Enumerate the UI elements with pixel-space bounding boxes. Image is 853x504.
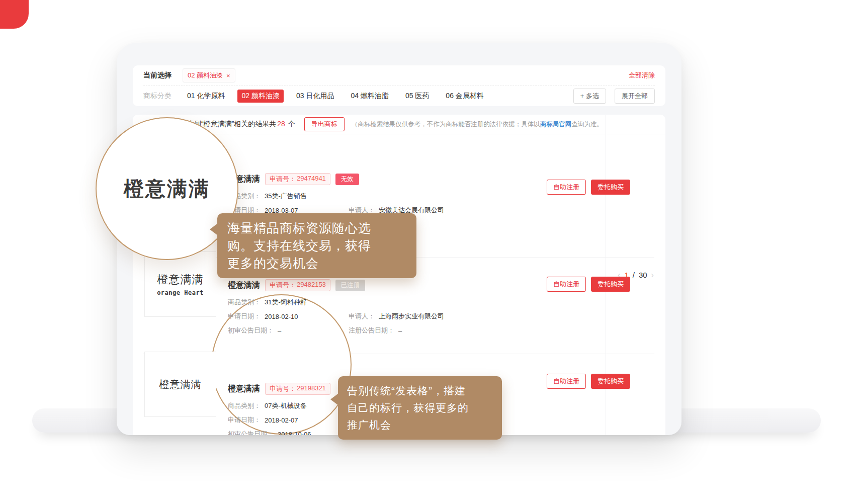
filter-card: 当前选择 02 颜料油漆 × 全部清除 商标分类 01 化学原料 02 颜料油漆… <box>133 65 665 106</box>
callout-arrow-left-icon <box>330 393 338 405</box>
app-no-value: 29482153 <box>297 281 326 290</box>
category-label: 商标分类 <box>143 92 172 101</box>
callout-line: 告别传统“发表格”，搭建 <box>347 382 493 399</box>
self-register-button[interactable]: 自助注册 <box>547 277 586 292</box>
app-no-label: 申请号： <box>270 175 296 184</box>
category-row: 商标分类 01 化学原料 02 颜料油漆 03 日化用品 04 燃料油脂 05 … <box>143 86 655 106</box>
close-icon[interactable]: × <box>226 72 230 79</box>
field-label: 初审公告日期： <box>228 326 274 335</box>
category-tab-03[interactable]: 03 日化用品 <box>292 90 338 103</box>
field-value: – <box>398 327 402 334</box>
field-label: 注册公告日期： <box>349 326 394 335</box>
app-no-value: 29198321 <box>297 384 326 393</box>
callout-line: 更多的交易机会 <box>227 255 406 272</box>
field-value: 35类-广告销售 <box>265 192 307 201</box>
row-details: 橙意满满 申请号：29482153 已注册 商品类别：31类-饲料种籽 申请日期… <box>228 279 444 338</box>
application-number-pill: 申请号：29198321 <box>265 383 330 395</box>
trademark-name: 橙意满满 <box>228 280 260 291</box>
disclaimer-pre: （商标检索结果仅供参考，不作为商标能否注册的法律依据；具体以 <box>352 121 540 128</box>
multi-select-button[interactable]: + 多选 <box>573 89 606 104</box>
field-value: 2018-02-07 <box>265 416 298 424</box>
field-label: 商品类别： <box>228 401 261 410</box>
selected-filter-tag-label: 02 颜料油漆 <box>188 71 223 80</box>
category-tab-05[interactable]: 05 医药 <box>401 90 433 103</box>
app-no-label: 申请号： <box>270 281 296 290</box>
app-no-label: 申请号： <box>270 384 296 393</box>
category-tab-04[interactable]: 04 燃料油脂 <box>347 90 392 103</box>
callout-bubble-marketplace: 海量精品商标资源随心选 购。支持在线交易，获得 更多的交易机会 <box>217 213 416 278</box>
callout-line: 推广机会 <box>347 416 493 434</box>
field-label: 申请日期： <box>228 415 261 425</box>
callout-bubble-promotion: 告别传统“发表格”，搭建 自己的标行，获得更多的 推广机会 <box>338 376 502 440</box>
self-register-button[interactable]: 自助注册 <box>547 374 586 389</box>
callout-line: 自己的标行，获得更多的 <box>347 399 493 416</box>
current-selection-row: 当前选择 02 颜料油漆 × 全部清除 <box>143 65 655 86</box>
summary-suffix: 个 <box>286 120 295 128</box>
entrust-buy-button[interactable]: 委托购买 <box>591 180 630 195</box>
trademark-office-link[interactable]: 商标局官网 <box>540 121 572 128</box>
field-label: 申请人： <box>349 312 375 321</box>
magnified-trademark-text: 橙意满满 <box>124 175 210 203</box>
field-value: 31类-饲料种籽 <box>265 298 307 307</box>
field-value: 07类-机械设备 <box>265 401 307 410</box>
trademark-image-subtext: orange Heart <box>157 289 204 296</box>
selected-filter-tag[interactable]: 02 颜料油漆 × <box>183 68 235 82</box>
app-no-value: 29474941 <box>297 175 326 184</box>
status-badge: 已注册 <box>335 280 366 291</box>
row-details: 橙意满满 申请号：29198321 商品类别：07类-机械设备 申请日期：201… <box>228 383 349 435</box>
category-tab-01[interactable]: 01 化学原料 <box>183 90 229 103</box>
application-number-pill: 申请号：29482153 <box>265 279 330 291</box>
expand-all-button[interactable]: 展开全部 <box>615 89 655 104</box>
field-label: 商品类别： <box>228 298 261 307</box>
field-label: 申请日期： <box>228 312 261 321</box>
category-tab-06[interactable]: 06 金属材料 <box>442 90 487 103</box>
clear-all-link[interactable]: 全部清除 <box>629 71 655 80</box>
trademark-image-text: 橙意满满 <box>159 378 202 391</box>
status-badge: 无效 <box>335 174 359 185</box>
callout-arrow-left-icon <box>210 223 218 235</box>
trademark-name: 橙意满满 <box>228 384 260 394</box>
trademark-image-text: 橙意满满 <box>157 272 204 287</box>
entrust-buy-button[interactable]: 委托购买 <box>591 374 630 389</box>
results-header: 为您检索到“橙意满满”相关的结果共28 个 导出商标 （商标检索结果仅供参考，不… <box>133 115 665 134</box>
current-selection-label: 当前选择 <box>143 71 172 80</box>
trademark-image: 橙意满满 orange Heart <box>144 251 216 317</box>
category-tab-02-selected[interactable]: 02 颜料油漆 <box>237 90 283 103</box>
self-register-button[interactable]: 自助注册 <box>547 180 586 195</box>
result-count: 28 <box>277 120 285 128</box>
callout-line: 海量精品商标资源随心选 <box>227 219 406 237</box>
field-value: 2018-10-06 <box>278 431 311 436</box>
disclaimer-text: （商标检索结果仅供参考，不作为商标能否注册的法律依据；具体以商标局官网查询为准。… <box>352 120 600 129</box>
callout-line: 购。支持在线交易，获得 <box>227 237 406 255</box>
field-value: 上海雨步实业有限公司 <box>379 312 444 321</box>
field-value: 2018-02-10 <box>265 313 298 320</box>
field-label: 初审公告日期： <box>228 430 274 435</box>
corner-decoration <box>0 0 29 29</box>
trademark-image: 橙意满满 <box>144 352 216 417</box>
application-number-pill: 申请号：29474941 <box>265 173 330 185</box>
entrust-buy-button[interactable]: 委托购买 <box>591 277 630 292</box>
disclaimer-post: 查询为准。） <box>571 121 600 128</box>
export-trademarks-button[interactable]: 导出商标 <box>304 117 345 131</box>
page: 当前选择 02 颜料油漆 × 全部清除 商标分类 01 化学原料 02 颜料油漆… <box>0 0 853 504</box>
field-value: – <box>278 327 281 334</box>
